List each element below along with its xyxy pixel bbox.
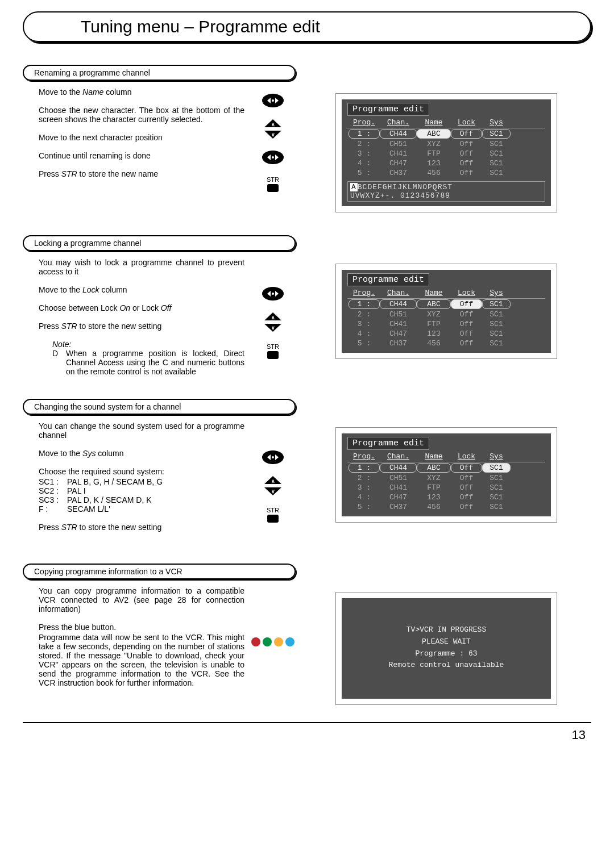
osd-header-row: Prog.Chan.NameLockSys — [347, 118, 545, 128]
s1-step4: Continue until renaming is done — [39, 151, 244, 160]
osd-row: 2 :CH51XYZOffSC1 — [347, 473, 545, 483]
svg-text:∨: ∨ — [271, 325, 275, 331]
section1-header: Renaming a programme channel — [23, 65, 296, 81]
osd-row: 3 :CH41FTPOffSC1 — [347, 483, 545, 493]
colour-buttons-icon — [251, 637, 294, 646]
left-right-icon — [262, 286, 284, 301]
s2-intro: You may wish to lock a programme channel… — [39, 258, 244, 276]
s2-step1: Move to the Lock column — [39, 285, 244, 294]
left-right-icon — [262, 450, 284, 465]
up-down-icon: ∧∨ — [264, 312, 281, 332]
svg-point-15 — [272, 293, 274, 295]
osd-charstrip: ABCDEFGHIJKLMNOPQRSTUVWXYZ+-. 0123456789 — [347, 181, 545, 202]
osd-row: 1 :CH44ABCOffSC1 — [347, 128, 545, 139]
osd-row: 4 :CH47123OffSC1 — [347, 493, 545, 502]
osd-rename-preview: Programme edit Prog.Chan.NameLockSys 1 :… — [335, 93, 557, 212]
osd-row: 1 :CH44ABCOffSC1 — [347, 299, 545, 310]
osd-title: Programme edit — [347, 273, 429, 286]
svg-point-11 — [272, 156, 274, 158]
s4-step2: Programme data will now be sent to the V… — [39, 633, 244, 687]
section3: You can change the sound system used for… — [23, 422, 591, 541]
osd-sys-preview: Programme edit Prog.Chan.NameLockSys 1 :… — [335, 427, 557, 523]
s3-step3: Press STR to store the new setting — [39, 523, 244, 532]
page-rule — [23, 722, 591, 723]
section3-header: Changing the sound system for a channel — [23, 399, 296, 415]
s1-step1: Move to the Name column — [39, 87, 244, 97]
osd-row: 5 :CH37456OffSC1 — [347, 502, 545, 512]
osd-header-row: Prog.Chan.NameLockSys — [347, 452, 545, 462]
osd-row: 3 :CH41FTPOffSC1 — [347, 319, 545, 329]
osd-row: 1 :CH44ABCOffSC1 — [347, 462, 545, 473]
section2-header: Locking a programme channel — [23, 235, 296, 251]
section2: You may wish to lock a programme channel… — [23, 258, 591, 376]
svg-text:∧: ∧ — [271, 478, 275, 484]
section1: Move to the Name column Choose the new c… — [23, 87, 591, 212]
left-right-icon — [262, 150, 284, 165]
s2-step2: Choose between Lock On or Lock Off — [39, 303, 244, 312]
s4-intro: You can copy programme information to a … — [39, 586, 244, 614]
up-down-icon: ∧∨ — [264, 476, 281, 495]
svg-point-23 — [272, 456, 274, 458]
sound-system-list: SC1 :PAL B, G, H / SECAM B, G SC2 :PAL I… — [39, 477, 244, 514]
osd-lock-preview: Programme edit Prog.Chan.NameLockSys 1 :… — [335, 264, 557, 359]
s3-step2: Choose the required sound system: — [39, 467, 244, 476]
section4: You can copy programme information to a … — [23, 586, 591, 705]
svg-text:∨: ∨ — [271, 489, 275, 494]
section4-header: Copying programme information to a VCR — [23, 564, 296, 579]
osd-vcr-message: TV>VCR IN PROGRESS PLEASE WAIT Programme… — [347, 602, 545, 694]
osd-title: Programme edit — [347, 437, 429, 450]
s1-step3: Move to the next character position — [39, 133, 244, 142]
osd-row: 5 :CH37456OffSC1 — [347, 168, 545, 178]
svg-point-3 — [272, 99, 274, 102]
osd-header-row: Prog.Chan.NameLockSys — [347, 289, 545, 299]
svg-text:∧: ∧ — [271, 122, 275, 127]
svg-text:∧: ∧ — [271, 315, 275, 320]
s1-step2: Choose the new character. The box at the… — [39, 106, 244, 124]
str-button-icon: STR — [264, 507, 282, 523]
page-title-frame: Tuning menu – Programme edit — [23, 11, 591, 42]
s2-note: Note: DWhen a programme position is lock… — [39, 340, 244, 376]
page-number: 13 — [23, 728, 591, 742]
svg-text:∨: ∨ — [271, 132, 275, 137]
left-right-icon — [262, 93, 284, 108]
s2-step3: Press STR to store the new setting — [39, 322, 244, 331]
s3-step1: Move to the Sys column — [39, 449, 244, 458]
s1-step5: Press STR to store the new name — [39, 169, 244, 178]
s3-intro: You can change the sound system used for… — [39, 422, 244, 440]
s4-step1: Press the blue button. — [39, 623, 244, 632]
str-button-icon: STR — [264, 343, 282, 359]
osd-row: 4 :CH47123OffSC1 — [347, 329, 545, 339]
osd-vcr-preview: TV>VCR IN PROGRESS PLEASE WAIT Programme… — [335, 592, 557, 705]
osd-title: Programme edit — [347, 103, 429, 116]
osd-row: 5 :CH37456OffSC1 — [347, 339, 545, 348]
up-down-icon: ∧∨ — [264, 119, 281, 139]
page-title: Tuning menu – Programme edit — [47, 17, 567, 36]
osd-row: 2 :CH51XYZOffSC1 — [347, 139, 545, 149]
str-button-icon: STR — [264, 176, 282, 192]
osd-row: 4 :CH47123OffSC1 — [347, 158, 545, 168]
osd-row: 3 :CH41FTPOffSC1 — [347, 149, 545, 158]
osd-row: 2 :CH51XYZOffSC1 — [347, 310, 545, 319]
